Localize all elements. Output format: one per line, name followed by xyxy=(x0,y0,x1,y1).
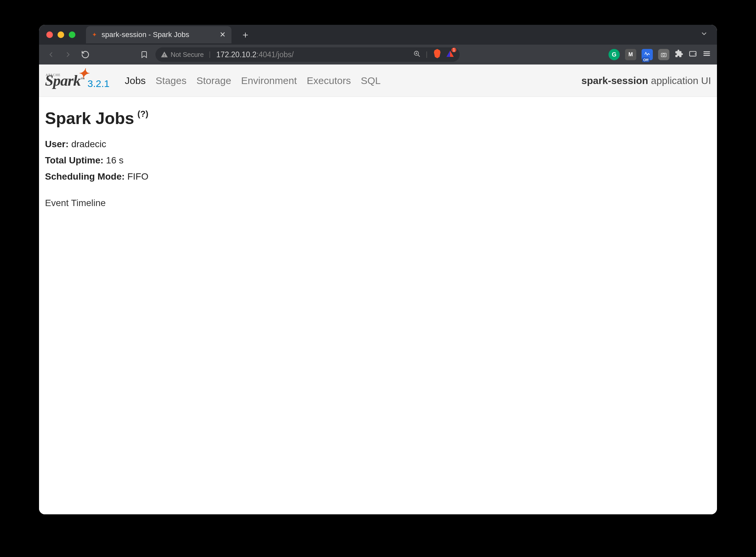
summary-list: User: dradecic Total Uptime: 16 s Schedu… xyxy=(45,136,711,184)
svg-marker-5 xyxy=(447,51,450,57)
spark-logo[interactable]: APACHE Spark™ ✦ 3.2.1 xyxy=(45,72,110,89)
browser-chrome: ✦ spark-session - Spark Jobs ✕ ＋ xyxy=(39,25,717,64)
reload-button[interactable] xyxy=(79,49,91,61)
main-content: Spark Jobs (?) User: dradecic Total Upti… xyxy=(39,97,717,220)
extensions-button[interactable] xyxy=(675,49,683,60)
event-timeline-label: Event Timeline xyxy=(45,198,106,208)
address-bar[interactable]: Not Secure │ 172.20.10.2:4041/jobs/ │ 1 xyxy=(155,47,460,62)
zoom-icon[interactable] xyxy=(413,50,421,59)
back-button[interactable] xyxy=(45,49,57,61)
event-timeline-toggle[interactable]: Event Timeline xyxy=(45,198,711,208)
addr-divider: │ xyxy=(208,52,212,58)
user-value: dradecic xyxy=(71,139,106,149)
page-content: APACHE Spark™ ✦ 3.2.1 Jobs Stages Storag… xyxy=(39,64,717,514)
extension-off-badge: Off xyxy=(642,58,649,62)
tab-environment[interactable]: Environment xyxy=(241,75,297,86)
window-controls xyxy=(46,31,75,38)
tab-jobs[interactable]: Jobs xyxy=(125,75,146,86)
tab-strip: ✦ spark-session - Spark Jobs ✕ ＋ xyxy=(39,25,717,45)
camera-extension-icon[interactable] xyxy=(658,49,669,60)
help-tooltip-icon[interactable]: (?) xyxy=(138,109,149,119)
browser-toolbar: Not Secure │ 172.20.10.2:4041/jobs/ │ 1 xyxy=(39,45,717,64)
browser-menu-button[interactable] xyxy=(702,49,711,60)
svg-line-1 xyxy=(418,55,420,57)
tab-storage[interactable]: Storage xyxy=(196,75,231,86)
page-title: Spark Jobs (?) xyxy=(45,109,711,128)
spark-version: 3.2.1 xyxy=(87,78,110,89)
summary-uptime: Total Uptime: 16 s xyxy=(45,152,711,168)
page-title-text: Spark Jobs xyxy=(45,109,134,128)
brave-rewards-badge: 1 xyxy=(451,48,456,52)
tab-stages[interactable]: Stages xyxy=(156,75,186,86)
extension-blue-icon[interactable]: Off xyxy=(642,49,653,60)
close-window-button[interactable] xyxy=(46,31,53,38)
sched-value: FIFO xyxy=(127,171,149,182)
uptime-label: Total Uptime: xyxy=(45,155,103,165)
user-label: User: xyxy=(45,139,69,149)
summary-scheduling: Scheduling Mode: FIFO xyxy=(45,168,711,184)
apache-label: APACHE xyxy=(46,73,61,77)
grammarly-extension-icon[interactable]: G xyxy=(608,49,620,60)
minimize-window-button[interactable] xyxy=(58,31,64,38)
tab-sql[interactable]: SQL xyxy=(361,75,381,86)
not-secure-label: Not Secure xyxy=(171,51,204,59)
tab-executors[interactable]: Executors xyxy=(307,75,351,86)
nav-tabs: Jobs Stages Storage Environment Executor… xyxy=(125,75,381,86)
spark-star-icon: ✦ xyxy=(78,66,89,81)
spark-navbar: APACHE Spark™ ✦ 3.2.1 Jobs Stages Storag… xyxy=(39,64,717,97)
brave-shields-icon[interactable] xyxy=(433,49,441,61)
app-name: spark-session xyxy=(581,75,648,86)
app-suffix: application UI xyxy=(648,75,711,86)
url-path: :4041/jobs/ xyxy=(256,50,294,59)
svg-point-8 xyxy=(663,54,665,56)
summary-user: User: dradecic xyxy=(45,136,711,152)
browser-window: ✦ spark-session - Spark Jobs ✕ ＋ xyxy=(39,25,717,514)
forward-button[interactable] xyxy=(62,49,74,61)
spark-favicon-icon: ✦ xyxy=(92,31,97,38)
not-secure-indicator[interactable]: Not Secure xyxy=(161,51,204,59)
brave-rewards-icon[interactable]: 1 xyxy=(446,50,454,60)
bookmark-button[interactable] xyxy=(138,49,150,61)
tab-title: spark-session - Spark Jobs xyxy=(101,30,189,39)
application-title: spark-session application UI xyxy=(581,75,711,86)
gmail-extension-icon[interactable]: M xyxy=(625,49,636,60)
tab-overflow-button[interactable] xyxy=(700,30,710,39)
url-host: 172.20.10.2 xyxy=(216,50,256,59)
uptime-value: 16 s xyxy=(106,155,124,165)
addr-divider-2: │ xyxy=(425,52,429,58)
toolbar-right: G M Off xyxy=(608,49,711,60)
sched-label: Scheduling Mode: xyxy=(45,171,125,182)
wallet-button[interactable] xyxy=(689,49,697,60)
url-text: 172.20.10.2:4041/jobs/ xyxy=(216,50,294,59)
new-tab-button[interactable]: ＋ xyxy=(236,28,255,41)
close-tab-button[interactable]: ✕ xyxy=(220,30,225,39)
browser-tab[interactable]: ✦ spark-session - Spark Jobs ✕ xyxy=(86,26,232,43)
maximize-window-button[interactable] xyxy=(69,31,75,38)
